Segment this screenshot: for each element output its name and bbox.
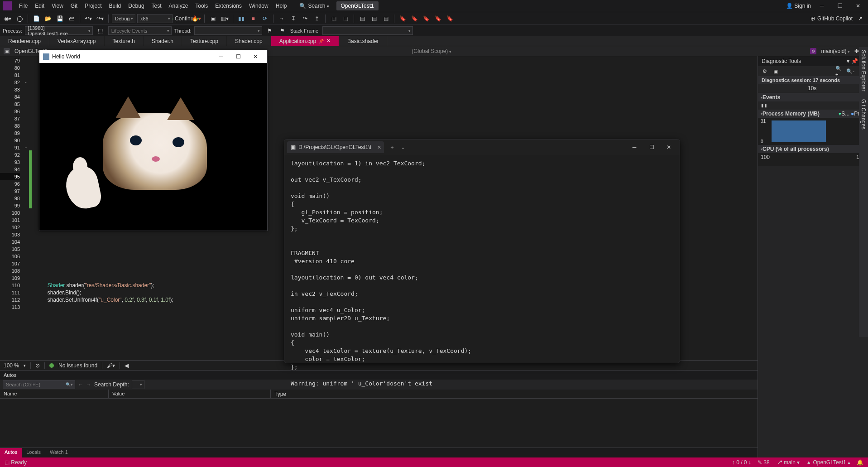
close-icon[interactable]: ✕ [247,50,264,63]
restart-icon[interactable]: ⟳ [260,14,270,24]
bookmark-icon[interactable]: 🔖 [409,14,419,24]
menu-extensions[interactable]: Extensions [211,1,245,11]
split-icon[interactable]: ✚ [854,48,859,54]
nav-back-icon[interactable]: ◉▾ [3,14,13,24]
tab-close-icon[interactable]: ✕ [377,144,381,150]
autos-tab-autos[interactable]: Autos [0,448,22,457]
toolbar-icon[interactable]: ▥▾ [220,14,230,24]
process-select[interactable]: [13980] OpenGLTest1.exe [25,26,93,35]
menu-test[interactable]: Test [148,1,165,11]
autos-search[interactable]: Search (Ctrl+E) [3,380,75,389]
menu-debug[interactable]: Debug [125,1,148,11]
max-icon[interactable]: ☐ [230,50,246,63]
toolbar-icon[interactable]: ▤ [357,14,367,24]
share-icon[interactable]: ↗ [855,14,865,24]
tab-texture-h[interactable]: Texture.h [105,36,144,46]
tab-renderer-cpp[interactable]: Renderer.cpp [0,36,49,46]
menu-project[interactable]: Project [81,1,105,11]
tab-texture-cpp[interactable]: Texture.cpp [182,36,227,46]
bookmark-icon[interactable]: 🔖 [398,14,408,24]
hot-reload-icon[interactable]: 🔥▾ [191,14,201,24]
sign-in[interactable]: 👤 Sign in [786,3,811,9]
git-branch[interactable]: main ▾ [776,459,800,466]
bell-icon[interactable] [857,459,863,466]
open-file-icon[interactable]: 📂 [43,14,53,24]
line-indicator[interactable]: ✎ 38 [758,459,770,466]
menu-view[interactable]: View [48,1,67,11]
new-file-icon[interactable]: 📄 [31,14,41,24]
menu-file[interactable]: File [15,1,31,11]
thread-select[interactable] [194,26,262,35]
console-output[interactable]: layout(location = 1) in vec2 TexCoord; o… [284,155,680,392]
max-icon[interactable]: ☐ [643,140,660,155]
console-window[interactable]: ▣ D:\Projects\GL\OpenGLTest1\t ✕ ＋ ⌄ ─ ☐… [284,139,680,363]
tab-menu-icon[interactable]: ⌄ [398,144,408,150]
menu-help[interactable]: Help [272,1,291,11]
step-into-icon[interactable]: ↧ [288,14,298,24]
toolbar-icon[interactable]: ▣ [208,14,218,24]
bookmark-icon[interactable]: 🔖 [445,14,455,24]
zoom-out-icon[interactable]: 🔍- [846,67,854,75]
menu-analyze[interactable]: Analyze [165,1,192,11]
opengl-window[interactable]: Hello World ─ ☐ ✕ [39,50,268,231]
tab-vertexarray-cpp[interactable]: VertexArray.cpp [49,36,104,46]
git-changes-tab[interactable]: Git Changes [860,99,867,130]
tab-shader-h[interactable]: Shader.h [144,36,182,46]
menu-edit[interactable]: Edit [31,1,48,11]
zoom-level[interactable]: 100 % [4,362,19,369]
toolbar-icon[interactable]: ▤ [381,14,391,24]
crumb-func[interactable]: main(void) [819,48,852,54]
tab-application-cpp[interactable]: Application.cpp📌✕ [271,36,339,46]
tab-shader-cpp[interactable]: Shader.cpp [227,36,271,46]
nav-next-icon[interactable]: → [86,381,91,388]
select-tools-icon[interactable]: ▣ [772,67,780,75]
autos-tab-locals[interactable]: Locals [22,448,45,457]
redo-icon[interactable]: ↷▾ [95,14,105,24]
bookmark-icon[interactable]: 🔖 [433,14,443,24]
save-all-icon[interactable]: 🗃 [67,14,77,24]
brush-icon[interactable]: 🖌▾ [107,362,115,369]
minimize-button[interactable]: ─ [815,0,829,12]
menu-window[interactable]: Window [245,1,272,11]
toolbar-icon[interactable]: ⬚ [329,14,339,24]
nav-left-icon[interactable]: ◀ [125,362,129,369]
new-tab-icon[interactable]: ＋ [387,144,398,151]
min-icon[interactable]: ─ [626,140,643,155]
depth-select[interactable] [132,380,144,389]
console-tab[interactable]: ▣ D:\Projects\GL\OpenGLTest1\t ✕ [287,141,384,153]
github-copilot[interactable]: ⛨ GitHub Copilot [810,15,853,22]
lifecycle-select[interactable]: Lifecycle Events [108,26,172,35]
toolbar2-icon[interactable]: ⬚ [96,26,106,36]
close-icon[interactable]: ✕ [326,38,331,44]
restore-button[interactable]: ❐ [833,0,847,12]
toolbar2-icon[interactable]: ⚑ [278,26,288,36]
menu-tools[interactable]: Tools [192,1,211,11]
save-icon[interactable]: 💾 [55,14,65,24]
break-all-icon[interactable]: ▮▮ [236,14,246,24]
col-name[interactable]: Name [0,390,109,398]
menu-git[interactable]: Git [67,1,81,11]
config-select[interactable]: Debug [112,14,135,23]
min-icon[interactable]: ─ [213,50,229,63]
gear-icon[interactable]: ⚙ [761,67,769,75]
git-repo[interactable]: OpenGLTest1 ▴ [806,459,850,466]
diag-dd-icon[interactable]: ▾ [847,58,849,64]
zoom-in-icon[interactable]: 🔍+ [835,67,844,75]
solution-name[interactable]: OpenGLTest1 [336,1,379,10]
toolbar-icon[interactable]: ⬚ [340,14,350,24]
solution-explorer-tab[interactable]: Solution Explorer [860,50,867,91]
error-icon[interactable]: ⊘ [35,362,40,369]
platform-select[interactable]: x86 [137,14,173,23]
step-over-icon[interactable]: ↷ [300,14,310,24]
pin-icon[interactable]: 📌 [319,39,324,43]
diag-pm-header[interactable]: Process Memory (MB) ▾S... ●Pri... [758,110,868,118]
toolbar2-icon[interactable]: ⚑ [265,26,275,36]
git-updown[interactable]: ↑ 0 / 0 ↓ [732,459,751,466]
nav-fwd-icon[interactable]: ◯ [14,14,24,24]
tab-basic-shader[interactable]: Basic.shader [339,36,387,46]
diag-events-header[interactable]: Events [758,93,868,101]
continue-button[interactable]: ▶ Continue ▾ [179,14,189,24]
show-next-icon[interactable]: → [277,14,287,24]
close-icon[interactable]: ✕ [661,140,677,155]
opengl-titlebar[interactable]: Hello World ─ ☐ ✕ [39,50,267,63]
